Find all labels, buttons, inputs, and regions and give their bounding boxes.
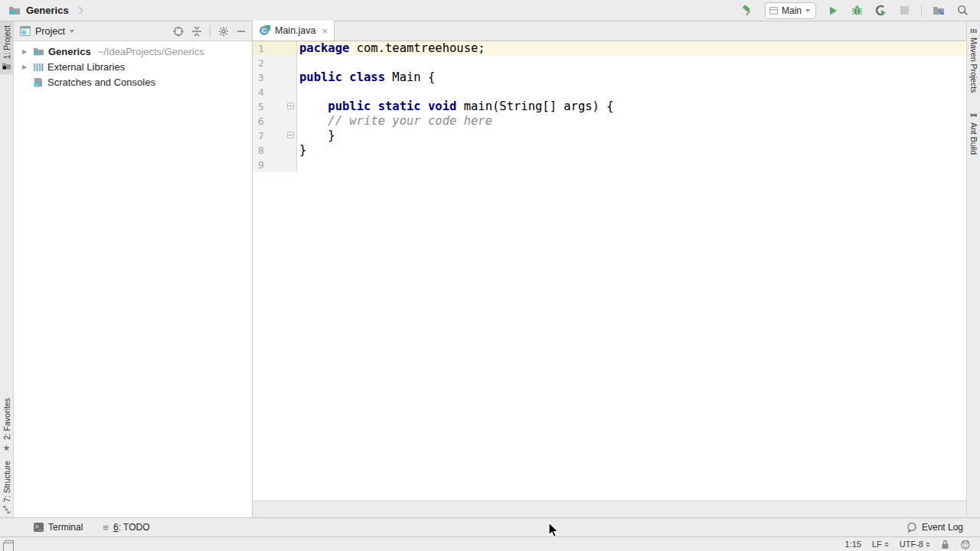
ant-icon bbox=[969, 111, 978, 119]
code-editor[interactable]: 1package com.teamtreehouse;23public clas… bbox=[253, 41, 966, 500]
line-number[interactable]: 6 bbox=[253, 114, 297, 129]
tree-item-label: Scratches and Consoles bbox=[47, 77, 155, 88]
toolwindow-tab-project-label: 1: Project bbox=[2, 25, 11, 59]
line-number[interactable]: 1 bbox=[253, 41, 297, 56]
line-number[interactable]: 5 bbox=[253, 99, 297, 114]
updown-arrows-icon bbox=[926, 542, 930, 547]
editor-tab-label: Main.java bbox=[275, 25, 316, 36]
line-number[interactable]: 7 bbox=[253, 129, 297, 143]
tree-item-scratches[interactable]: Scratches and Consoles bbox=[14, 74, 252, 90]
toolwindow-tab-favorites-label: 2: Favorites bbox=[2, 398, 11, 440]
editor-area: C Main.java × 1package com.teamtreehouse… bbox=[253, 21, 966, 517]
line-number[interactable]: 8 bbox=[253, 143, 297, 158]
toolwindow-tab-favorites[interactable]: 2: Favorites ★ bbox=[0, 394, 13, 457]
code-line[interactable]: 6 // write your code here bbox=[253, 114, 966, 129]
tree-item-label: External Libraries bbox=[47, 61, 125, 73]
caret-position-widget[interactable]: 1:15 bbox=[845, 540, 861, 549]
tree-item-path: ~/IdeaProjects/Generics bbox=[98, 46, 204, 57]
search-everywhere-icon[interactable] bbox=[956, 4, 969, 18]
editor-tab-main-java[interactable]: C Main.java × bbox=[253, 21, 335, 41]
fold-marker-icon[interactable] bbox=[287, 132, 294, 139]
chevron-down-icon bbox=[805, 9, 810, 12]
toolwindow-tab-project[interactable]: 1: Project bbox=[0, 21, 13, 74]
project-tree: ▶ Generics ~/IdeaProjects/Generics ▶ Ext… bbox=[14, 41, 252, 90]
code-line[interactable]: 4 bbox=[253, 85, 966, 99]
toolwindow-tab-maven-label: Maven Projects bbox=[969, 37, 978, 93]
editor-tabbar: C Main.java × bbox=[253, 21, 966, 41]
project-view-label: Project bbox=[35, 26, 65, 37]
build-hammer-icon[interactable] bbox=[741, 4, 755, 18]
fold-marker-icon[interactable] bbox=[287, 103, 294, 109]
code-line[interactable]: 1package com.teamtreehouse; bbox=[253, 41, 966, 56]
collapse-all-icon[interactable] bbox=[191, 26, 202, 37]
close-tab-icon[interactable]: × bbox=[322, 26, 328, 36]
toolwindow-tab-todo[interactable]: ≡ 6: TODO bbox=[103, 522, 149, 533]
line-number[interactable]: 4 bbox=[253, 85, 297, 99]
code-line[interactable]: 8} bbox=[253, 143, 966, 158]
code-text: public class Main { bbox=[297, 70, 966, 85]
code-line[interactable]: 2 bbox=[253, 56, 966, 70]
toolwindow-tab-terminal[interactable]: >_ Terminal bbox=[34, 522, 83, 533]
tree-item-external-libraries[interactable]: ▶ External Libraries bbox=[14, 59, 252, 74]
line-number[interactable]: 3 bbox=[253, 70, 297, 85]
todo-list-icon: ≡ bbox=[103, 523, 109, 533]
line-number[interactable]: 9 bbox=[253, 158, 297, 172]
folder-icon bbox=[2, 62, 11, 70]
gear-icon[interactable] bbox=[218, 26, 229, 37]
maven-icon: m bbox=[970, 25, 977, 34]
code-text: } bbox=[297, 129, 966, 143]
project-name: Generics bbox=[26, 5, 69, 16]
toolwindow-tab-todo-label: 6: TODO bbox=[113, 522, 150, 533]
event-log-balloon-icon bbox=[906, 522, 917, 533]
run-config-label: Main bbox=[782, 5, 802, 16]
toolwindow-tab-structure[interactable]: 7: Structure bbox=[0, 457, 13, 517]
encoding-widget[interactable]: UTF-8 bbox=[900, 540, 930, 549]
line-separator-widget[interactable]: LF bbox=[872, 540, 889, 549]
debug-button[interactable] bbox=[850, 4, 864, 18]
code-text: package com.teamtreehouse; bbox=[297, 41, 966, 56]
toolwindow-tab-ant[interactable]: Ant Build bbox=[967, 107, 980, 158]
java-class-icon: C bbox=[260, 25, 270, 36]
hide-panel-icon[interactable] bbox=[237, 27, 246, 36]
breadcrumb-chevron-icon bbox=[75, 7, 83, 15]
toolwindow-tab-maven[interactable]: m Maven Projects bbox=[967, 21, 980, 96]
editor-bottom-gap bbox=[253, 500, 966, 517]
code-text: public static void main(String[] args) { bbox=[297, 99, 966, 114]
highlighting-level-hector-icon[interactable] bbox=[960, 539, 971, 549]
left-tool-stripe: 1: Project 2: Favorites ★ 7: Structure bbox=[0, 21, 14, 517]
right-tool-stripe: m Maven Projects Ant Build bbox=[966, 21, 980, 517]
locate-file-icon[interactable] bbox=[173, 26, 184, 37]
line-number[interactable]: 2 bbox=[253, 56, 297, 70]
updown-arrows-icon bbox=[884, 542, 889, 547]
toolwindow-tab-terminal-label: Terminal bbox=[48, 522, 83, 533]
project-tool-window: Project ▶ bbox=[14, 21, 253, 517]
project-view-selector[interactable]: Project bbox=[20, 26, 74, 37]
libraries-icon bbox=[33, 62, 44, 72]
code-line[interactable]: 5 public static void main(String[] args)… bbox=[253, 99, 966, 114]
run-button[interactable] bbox=[826, 4, 840, 18]
code-line[interactable]: 7 } bbox=[253, 129, 966, 143]
project-folder-icon bbox=[8, 4, 21, 18]
expand-arrow-icon[interactable]: ▶ bbox=[20, 64, 29, 70]
main-toolbar: Main bbox=[741, 2, 980, 19]
code-text: // write your code here bbox=[297, 114, 966, 129]
stop-button bbox=[897, 4, 911, 18]
project-view-icon bbox=[20, 26, 31, 36]
bottom-toolwindow-bar: >_ Terminal ≡ 6: TODO Event Log bbox=[0, 517, 980, 537]
status-bar: 1:15 LF UTF-8 bbox=[0, 537, 980, 551]
code-text bbox=[297, 56, 966, 70]
project-folder-icon bbox=[33, 47, 44, 57]
toolwindow-tab-ant-label: Ant Build bbox=[969, 122, 978, 155]
toolwindow-tab-event-log[interactable]: Event Log bbox=[906, 522, 963, 533]
project-structure-icon[interactable] bbox=[932, 4, 946, 18]
tree-item-generics[interactable]: ▶ Generics ~/IdeaProjects/Generics bbox=[14, 44, 252, 59]
code-line[interactable]: 9 bbox=[253, 158, 966, 172]
readonly-lock-icon[interactable] bbox=[941, 540, 949, 549]
code-line[interactable]: 3public class Main { bbox=[253, 70, 966, 85]
expand-arrow-icon[interactable]: ▶ bbox=[20, 48, 29, 55]
run-configuration-select[interactable]: Main bbox=[765, 2, 816, 19]
breadcrumb[interactable]: Generics bbox=[0, 4, 82, 18]
titlebar: Generics Main bbox=[0, 0, 980, 21]
toggle-toolwindow-buttons-icon[interactable] bbox=[5, 540, 14, 548]
run-with-coverage-button[interactable] bbox=[874, 4, 887, 18]
